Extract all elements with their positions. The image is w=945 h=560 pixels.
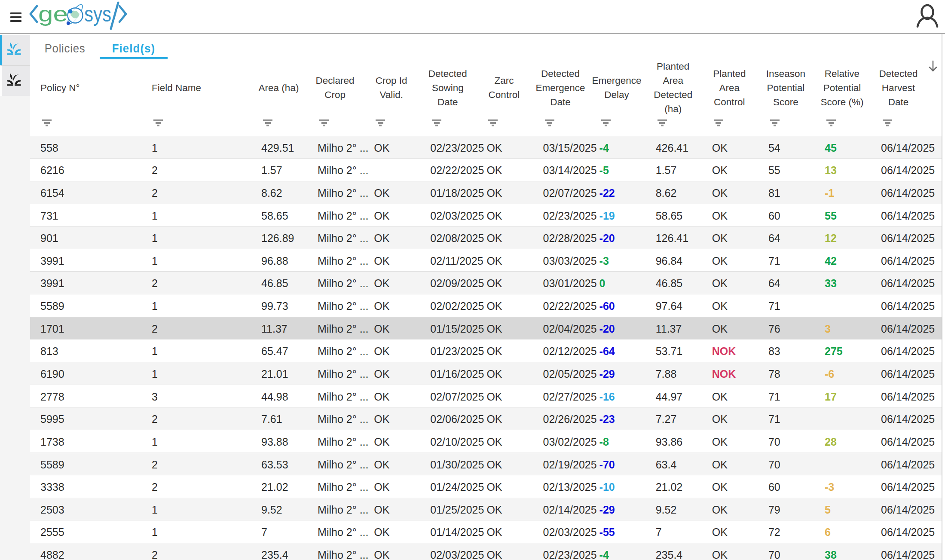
svg-text:sys: sys <box>84 2 111 26</box>
svg-text:ge: ge <box>38 2 68 26</box>
